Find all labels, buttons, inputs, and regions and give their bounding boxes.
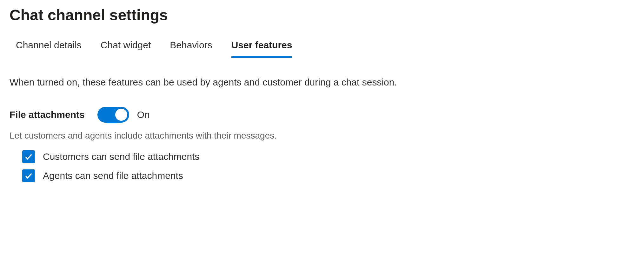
tab-user-features[interactable]: User features [231, 40, 292, 58]
tab-description: When turned on, these features can be us… [10, 77, 634, 88]
file-attachments-toggle[interactable] [97, 107, 129, 123]
file-attachments-toggle-wrapper: On [97, 107, 150, 123]
tabs-container: Channel details Chat widget Behaviors Us… [10, 40, 634, 58]
file-attachments-help: Let customers and agents include attachm… [10, 131, 634, 141]
agents-attachments-row: Agents can send file attachments [22, 169, 634, 182]
file-attachments-row: File attachments On [10, 107, 634, 123]
tab-behaviors[interactable]: Behaviors [170, 40, 212, 58]
check-icon [24, 171, 33, 180]
file-attachments-label: File attachments [10, 109, 85, 120]
file-attachments-toggle-state: On [137, 109, 150, 120]
tab-chat-widget[interactable]: Chat widget [101, 40, 151, 58]
check-icon [24, 152, 33, 161]
tab-channel-details[interactable]: Channel details [16, 40, 82, 58]
toggle-knob [115, 109, 127, 121]
agents-attachments-label: Agents can send file attachments [43, 170, 183, 181]
page-title: Chat channel settings [10, 6, 634, 24]
customers-attachments-checkbox[interactable] [22, 150, 35, 163]
customers-attachments-label: Customers can send file attachments [43, 151, 200, 162]
file-attachments-options: Customers can send file attachments Agen… [10, 150, 634, 182]
agents-attachments-checkbox[interactable] [22, 169, 35, 182]
customers-attachments-row: Customers can send file attachments [22, 150, 634, 163]
